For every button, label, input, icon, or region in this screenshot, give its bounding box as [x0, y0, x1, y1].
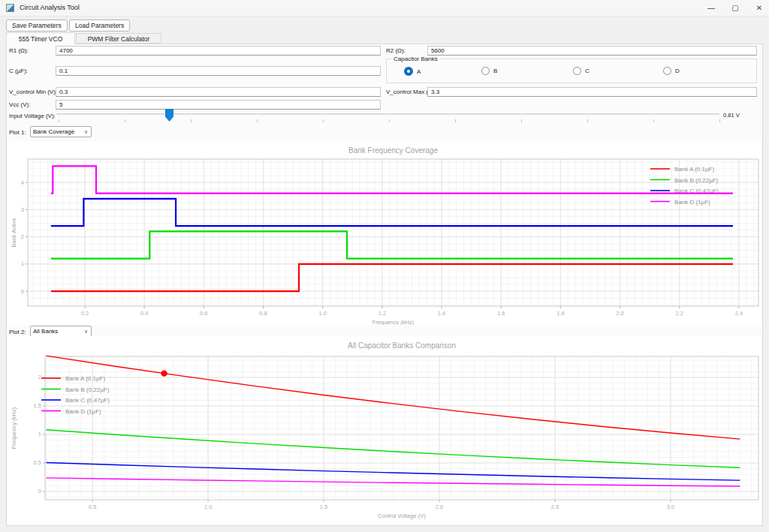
r2-label: R2 (Ω):: [386, 47, 406, 54]
svg-text:1.5: 1.5: [34, 402, 41, 409]
svg-text:0.5: 0.5: [89, 503, 96, 510]
radio-dot: [404, 67, 413, 76]
radio-dot: [663, 67, 671, 75]
svg-text:Bank Frequency Coverage: Bank Frequency Coverage: [348, 146, 438, 155]
legend-label: Bank B (0.22µF): [65, 386, 110, 393]
vcc-label: Vcc (V):: [9, 101, 30, 108]
svg-text:1.0: 1.0: [318, 310, 326, 317]
svg-text:1.0: 1.0: [204, 503, 212, 510]
svg-text:3: 3: [21, 206, 24, 213]
svg-text:2.0: 2.0: [436, 503, 443, 510]
legend-label: Bank A (0.1µF): [65, 375, 105, 382]
vmin-label: V_control Min (V):: [9, 89, 57, 95]
slider-tick: [455, 119, 456, 122]
load-parameters-button[interactable]: Load Parameters: [69, 20, 130, 32]
plot1-select[interactable]: Bank Coverage ∨: [30, 126, 92, 137]
slider-tick: [323, 119, 324, 122]
svg-text:Bank Active: Bank Active: [11, 218, 17, 247]
capacitor-banks-title: Capacitor Banks: [391, 56, 440, 62]
svg-text:0.8: 0.8: [259, 310, 267, 317]
slider-tick: [59, 119, 59, 122]
svg-text:1.6: 1.6: [497, 310, 505, 317]
tab-555-timer-vco[interactable]: 555 Timer VCO: [6, 32, 75, 44]
svg-text:0: 0: [38, 488, 41, 494]
radio-bank-c[interactable]: C: [573, 67, 590, 75]
svg-text:1: 1: [21, 260, 24, 267]
legend-label: Bank D (1µF): [674, 199, 710, 206]
svg-text:2: 2: [38, 374, 41, 380]
slider-tick: [125, 119, 125, 122]
svg-text:0.4: 0.4: [140, 310, 148, 317]
slider-tick: [191, 119, 191, 122]
radio-dot: [573, 67, 581, 75]
slider-tick: [521, 119, 522, 122]
svg-text:1.5: 1.5: [320, 503, 327, 510]
plot2-label: Plot 2:: [9, 329, 26, 335]
c-input[interactable]: [56, 66, 381, 76]
radio-label: D: [675, 68, 680, 74]
svg-text:1.4: 1.4: [438, 310, 445, 317]
legend-label: Bank C (0.47µF): [65, 397, 110, 404]
plot1-chart-svg: 0.20.40.60.81.01.21.41.61.82.02.22.40123…: [8, 141, 761, 325]
radio-label: C: [585, 68, 590, 74]
radio-label: A: [417, 68, 421, 75]
chevron-down-icon: ∨: [84, 127, 88, 137]
slider-tick: [719, 119, 720, 122]
window-titlebar: Circuit Analysis Tool — ▢ ✕: [0, 0, 769, 17]
plot1-select-value: Bank Coverage: [33, 128, 74, 135]
plot2-chart-svg: 0.51.01.52.02.53.000.511.52All Capacitor…: [8, 336, 761, 525]
slider-tick: [257, 119, 258, 122]
vmax-input[interactable]: [427, 87, 757, 97]
maximize-button[interactable]: ▢: [724, 0, 746, 17]
app-icon: [6, 4, 14, 12]
svg-text:1.8: 1.8: [556, 310, 564, 317]
input-voltage-label: Input Voltage (V):: [9, 113, 56, 119]
legend-label: Bank D (1µF): [65, 408, 101, 415]
r2-input[interactable]: [427, 46, 757, 56]
svg-text:2: 2: [21, 233, 24, 240]
svg-text:Frequency (kHz): Frequency (kHz): [11, 407, 17, 449]
svg-text:2.0: 2.0: [616, 310, 623, 317]
vcc-input[interactable]: [56, 100, 381, 110]
minimize-button[interactable]: —: [700, 0, 722, 17]
svg-text:2.4: 2.4: [735, 310, 743, 317]
legend-label: Bank B (0.22µF): [674, 177, 719, 184]
svg-text:3.0: 3.0: [667, 503, 674, 510]
save-parameters-button[interactable]: Save Parameters: [6, 20, 68, 32]
svg-text:0: 0: [21, 288, 24, 295]
tab-pwm-filter-calculator[interactable]: PWM Filter Calculator: [76, 33, 161, 44]
radio-bank-b[interactable]: B: [481, 67, 497, 75]
plot1-chart: 0.20.40.60.81.01.21.41.61.82.02.22.40123…: [8, 141, 761, 325]
slider-tick: [587, 119, 588, 122]
vmin-input[interactable]: [56, 87, 381, 97]
svg-text:1: 1: [38, 431, 41, 437]
svg-text:2.5: 2.5: [551, 503, 559, 510]
r1-label: R1 (Ω):: [9, 47, 29, 54]
plot2-chart: 0.51.01.52.02.53.000.511.52All Capacitor…: [8, 336, 761, 525]
svg-text:1.2: 1.2: [378, 310, 386, 317]
plot2-select[interactable]: All Banks Comparison ∨: [30, 326, 92, 337]
svg-text:0.5: 0.5: [34, 459, 41, 466]
slider-tick: [389, 119, 390, 122]
slider-tick: [653, 119, 654, 122]
radio-label: B: [493, 68, 497, 74]
chevron-down-icon: ∨: [84, 326, 88, 336]
svg-text:2.2: 2.2: [675, 310, 683, 317]
svg-text:All Capacitor Banks Comparison: All Capacitor Banks Comparison: [348, 341, 456, 350]
window-title: Circuit Analysis Tool: [20, 4, 80, 11]
operating-point-marker: [161, 370, 167, 376]
svg-text:Frequency (kHz): Frequency (kHz): [372, 319, 415, 325]
capacitor-banks-group: Capacitor Banks: [386, 56, 757, 83]
voltage-value: 0.81 V: [723, 112, 740, 119]
svg-text:4: 4: [21, 179, 24, 186]
legend-label: Bank A (0.1µF): [674, 166, 714, 173]
radio-dot: [481, 67, 490, 75]
r1-input[interactable]: [56, 46, 381, 56]
close-button[interactable]: ✕: [748, 0, 769, 17]
c-label: C (µF):: [9, 68, 28, 74]
svg-text:Control Voltage (V): Control Voltage (V): [378, 512, 426, 519]
voltage-slider-track[interactable]: [56, 113, 719, 116]
radio-bank-a[interactable]: A: [404, 67, 421, 76]
svg-text:0.2: 0.2: [81, 310, 89, 317]
radio-bank-d[interactable]: D: [663, 67, 680, 75]
